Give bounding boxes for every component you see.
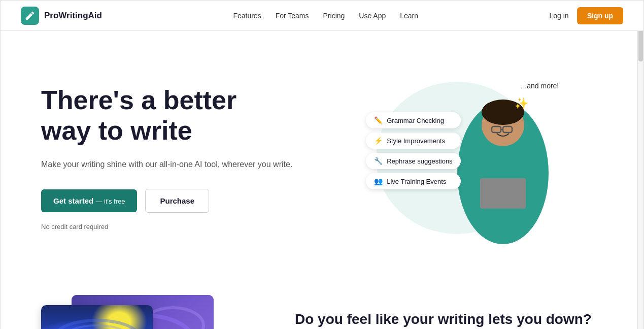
section2-art: My idea in my head [41,295,264,329]
sparkle-icon: ✨ [515,97,528,110]
navbar: ProWritingAid Features For Teams Pricing… [1,1,643,31]
pill-grammar: ✏️ Grammar Checking [366,112,460,128]
login-button[interactable]: Log in [550,12,569,20]
nav-link-for-teams[interactable]: For Teams [276,12,309,20]
logo-text: ProWritingAid [44,11,102,21]
pill-rephrase: 🔧 Rephrase suggestions [366,153,460,169]
logo-icon [21,7,39,25]
section2: My idea in my head Do you feel like your… [1,275,643,329]
pill-style: ⚡ Style Improvements [366,133,460,149]
feature-pills: ✏️ Grammar Checking ⚡ Style Improvements… [366,112,460,189]
section2-text: Do you feel like your writing lets you d… [295,295,603,329]
purchase-button[interactable]: Purchase [145,189,209,213]
no-credit-text: No credit card required [41,223,322,231]
rephrase-icon: 🔧 [374,157,383,165]
grammar-icon: ✏️ [374,116,383,124]
hero-buttons: Get started — it's free Purchase [41,189,322,213]
navbar-brand: ProWritingAid [21,7,102,25]
art-cards: My idea in my head [41,295,214,329]
nav-link-pricing[interactable]: Pricing [323,12,345,20]
nav-link-use-app[interactable]: Use App [359,12,386,20]
hero-section: There's a better way to write Make your … [1,31,643,275]
hero-content: There's a better way to write Make your … [41,85,322,231]
nav-link-learn[interactable]: Learn [400,12,418,20]
nav-link-features[interactable]: Features [233,12,261,20]
swirl-overlay [41,305,153,329]
svg-rect-6 [480,178,526,209]
hero-visual: ✏️ Grammar Checking ⚡ Style Improvements… [322,61,603,254]
hero-person [452,72,554,244]
get-started-button[interactable]: Get started — it's free [41,189,137,212]
style-icon: ⚡ [374,137,383,145]
signup-button[interactable]: Sign up [577,7,623,24]
starry-canvas [41,305,153,329]
hero-title: There's a better way to write [41,85,322,146]
person-svg [452,92,554,244]
navbar-actions: Log in Sign up [550,7,623,24]
section2-title: Do you feel like your writing lets you d… [295,310,603,328]
navbar-nav: Features For Teams Pricing Use App Learn [233,12,418,20]
pill-training: 👥 Live Training Events [366,173,460,189]
training-icon: 👥 [374,177,383,185]
hero-illustration: ✏️ Grammar Checking ⚡ Style Improvements… [366,72,559,244]
scrollbar[interactable] [637,1,643,329]
hero-subtitle: Make your writing shine with our all-in-… [41,158,322,171]
art-card-front: My idea in my head [41,305,153,329]
